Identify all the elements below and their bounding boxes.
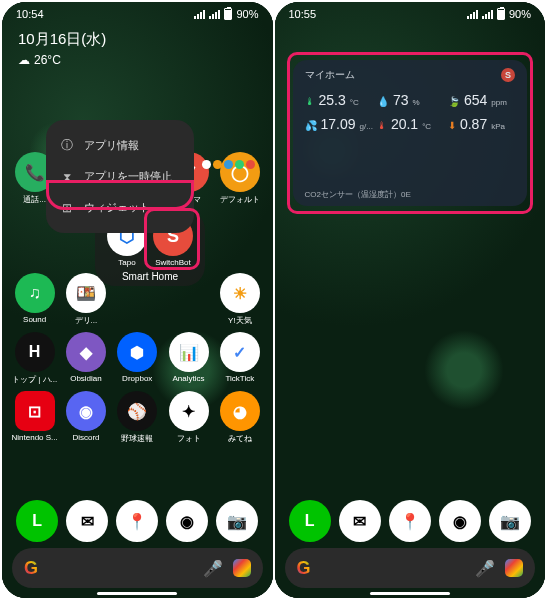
mic-icon[interactable]: 🎤 (203, 559, 223, 578)
app-dropbox[interactable]: ⬢Dropbox (113, 332, 162, 385)
dropbox-icon: ⬢ (117, 332, 157, 372)
battery-icon (224, 8, 232, 20)
sensor-humidity: 💧73% (377, 92, 444, 108)
hourglass-icon: ⧗ (60, 170, 74, 184)
sensor-co2: 🍃654ppm (448, 92, 515, 108)
info-icon: ⓘ (60, 139, 74, 153)
droplet-icon: 💧 (377, 96, 389, 107)
dock-line[interactable]: L (16, 500, 58, 542)
dock-maps[interactable]: 📍 (389, 500, 431, 542)
menu-app-info[interactable]: ⓘ アプリ情報 (46, 130, 194, 161)
app-photos[interactable]: ✦フォト (164, 391, 213, 444)
baseball-icon: ⚾ (117, 391, 157, 431)
date-weather[interactable]: 10月16日(水) ☁26°C (2, 26, 273, 71)
google-logo-icon: G (24, 558, 38, 579)
status-time: 10:55 (289, 8, 317, 20)
leaf-icon: 🍃 (448, 96, 460, 107)
widget-title: マイホーム (305, 68, 355, 82)
app-mitene[interactable]: ◕みてね (215, 391, 264, 444)
status-time: 10:54 (16, 8, 44, 20)
app-top[interactable]: Hトップ | ハ... (10, 332, 59, 385)
switchbot-widget[interactable]: マイホーム S 🌡25.3°C 💧73% 🍃654ppm 💦17.09g/...… (293, 60, 528, 206)
app-discord[interactable]: ◉Discord (61, 391, 110, 444)
left-screenshot: 10:54 90% 10月16日(水) ☁26°C ⓘ アプリ情報 ⧗ アプリを… (2, 2, 273, 598)
sensor-abs: 💦17.09g/... (305, 116, 373, 132)
right-screenshot: 10:55 90% マイホーム S 🌡25.3°C 💧73% 🍃654ppm 💦… (275, 2, 546, 598)
signal-icon (209, 10, 220, 19)
app-weather[interactable]: ☀Y!天気 (215, 273, 264, 326)
app-obsidian[interactable]: ◆Obsidian (61, 332, 110, 385)
background-icons (202, 160, 255, 169)
app-analytics[interactable]: 📊Analytics (164, 332, 213, 385)
widget-icon: ⊞ (60, 201, 74, 215)
date-text: 10月16日(水) (18, 30, 257, 49)
mitene-icon: ◕ (220, 391, 260, 431)
switchbot-badge-icon: S (501, 68, 515, 82)
nav-handle[interactable] (370, 592, 450, 595)
signal-icon (482, 10, 493, 19)
dock: L ✉ 📍 ◉ 📷 (12, 500, 263, 542)
dewpoint-icon: 🌡 (377, 120, 387, 131)
temp-text: 26°C (34, 53, 61, 67)
dock-camera[interactable]: 📷 (489, 500, 531, 542)
thermometer-icon: 🌡 (305, 96, 315, 107)
weather-icon: ☁ (18, 53, 30, 67)
wifi-icon (467, 10, 478, 19)
nav-handle[interactable] (97, 592, 177, 595)
sensor-dew: 🌡20.1°C (377, 116, 444, 132)
dock-camera[interactable]: 📷 (216, 500, 258, 542)
app-baseball[interactable]: ⚾野球速報 (113, 391, 162, 444)
sensor-pressure: ⬇0.87kPa (448, 116, 515, 132)
wifi-icon (194, 10, 205, 19)
battery-icon (497, 8, 505, 20)
search-bar[interactable]: G 🎤 (285, 548, 536, 588)
menu-widget[interactable]: ⊞ ウィジェット (46, 192, 194, 223)
dock-line[interactable]: L (289, 500, 331, 542)
mic-icon[interactable]: 🎤 (475, 559, 495, 578)
absolute-humidity-icon: 💦 (305, 120, 317, 131)
ticktick-icon: ✓ (220, 332, 260, 372)
dock-gmail[interactable]: ✉ (66, 500, 108, 542)
photos-icon: ✦ (169, 391, 209, 431)
app-sound[interactable]: ♫Sound (10, 273, 59, 326)
dock-chrome[interactable]: ◉ (439, 500, 481, 542)
status-bar: 10:54 90% (2, 2, 273, 26)
dock-maps[interactable]: 📍 (116, 500, 158, 542)
lens-icon[interactable] (233, 559, 251, 577)
widget-device-name: CO2センサー（温湿度計）0E (305, 189, 411, 200)
analytics-icon: 📊 (169, 332, 209, 372)
app-nintendo[interactable]: ⊡Nintendo S... (10, 391, 59, 444)
top-icon: H (15, 332, 55, 372)
dock-gmail[interactable]: ✉ (339, 500, 381, 542)
yweather-icon: ☀ (220, 273, 260, 313)
default-icon: ◯ (220, 152, 260, 192)
app-ticktick[interactable]: ✓TickTick (215, 332, 264, 385)
app-context-menu: ⓘ アプリ情報 ⧗ アプリを一時停止 ⊞ ウィジェット (46, 120, 194, 233)
battery-pct: 90% (509, 8, 531, 20)
menu-pause-app[interactable]: ⧗ アプリを一時停止 (46, 161, 194, 192)
status-bar: 10:55 90% (275, 2, 546, 26)
sensor-temp: 🌡25.3°C (305, 92, 373, 108)
lens-icon[interactable] (505, 559, 523, 577)
discord-icon: ◉ (66, 391, 106, 431)
search-bar[interactable]: G 🎤 (12, 548, 263, 588)
nintendo-icon: ⊡ (15, 391, 55, 431)
battery-pct: 90% (236, 8, 258, 20)
dock-chrome[interactable]: ◉ (166, 500, 208, 542)
pressure-icon: ⬇ (448, 120, 456, 131)
google-logo-icon: G (297, 558, 311, 579)
spotify-icon: ♫ (15, 273, 55, 313)
obsidian-icon: ◆ (66, 332, 106, 372)
dock: L ✉ 📍 ◉ 📷 (285, 500, 536, 542)
folder-name: Smart Home (101, 271, 199, 282)
